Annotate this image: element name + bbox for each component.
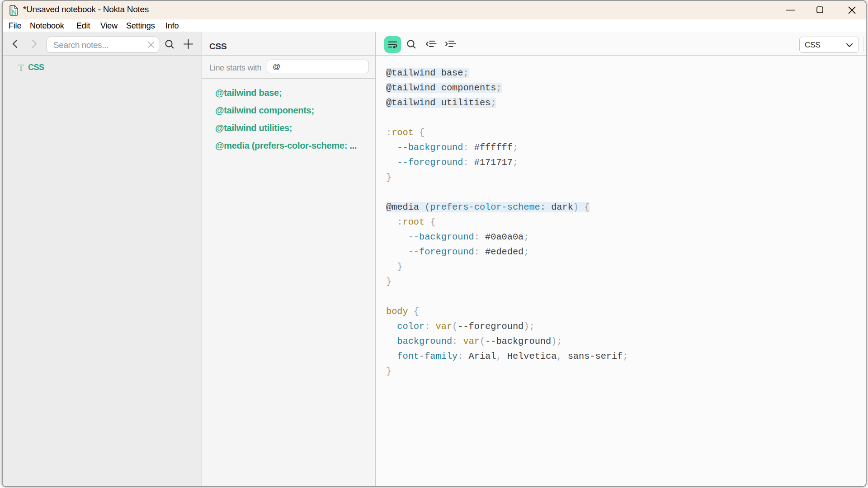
svg-text:N: N (12, 9, 17, 16)
